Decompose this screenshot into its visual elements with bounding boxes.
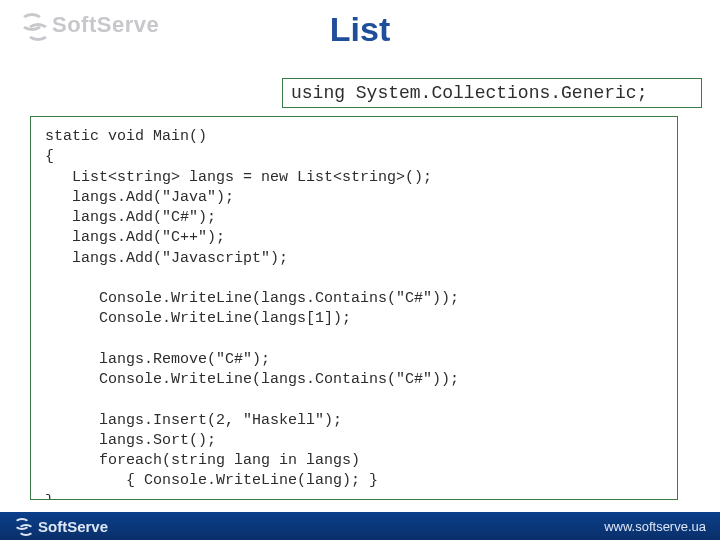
logo-mark-icon: [14, 518, 32, 534]
footer-brand: SoftServe: [14, 518, 108, 535]
code-block: static void Main() { List<string> langs …: [30, 116, 678, 500]
footer-url: www.softserve.ua: [604, 519, 706, 534]
using-directive-box: using System.Collections.Generic;: [282, 78, 702, 108]
footer-bar: SoftServe www.softserve.ua: [0, 512, 720, 540]
footer-brand-name: SoftServe: [38, 518, 108, 535]
page-title: List: [0, 10, 720, 49]
